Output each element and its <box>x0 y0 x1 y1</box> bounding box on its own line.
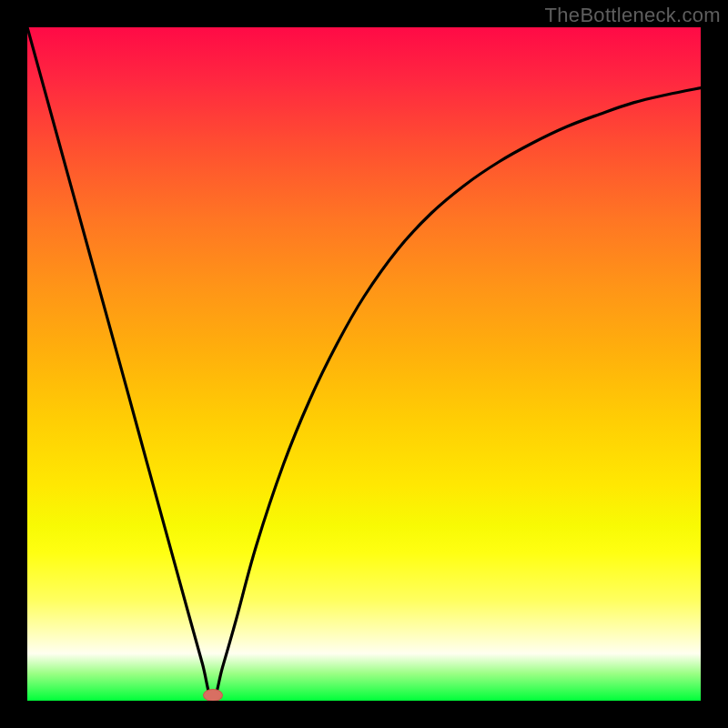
optimal-point-marker <box>203 689 223 701</box>
plot-area <box>27 27 701 701</box>
curve-svg <box>27 27 701 701</box>
bottleneck-curve-line <box>27 27 701 701</box>
watermark-text: TheBottleneck.com <box>545 4 721 27</box>
chart-stage: TheBottleneck.com <box>0 0 728 728</box>
